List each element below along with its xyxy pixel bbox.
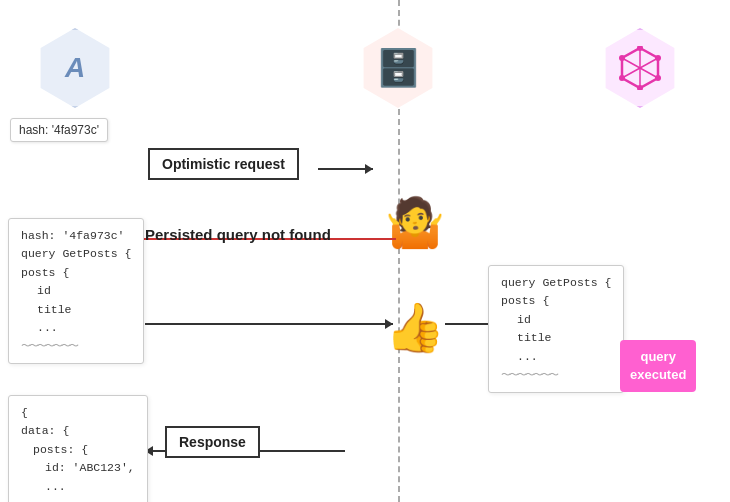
query-line-4: id [21,282,131,300]
resp-line-5: ... [21,478,135,496]
query-executed-badge: query executed [620,340,696,392]
graphql-logo-icon [618,46,662,90]
diagram-container: A 🗄️ hash: '4fa973c' [0,0,730,502]
apollo-icon: A [65,52,85,84]
query-line-5: title [21,301,131,319]
svg-point-8 [619,75,625,81]
response-label-text: Response [179,434,246,450]
resp-line-2: data: { [21,422,135,440]
apollo-hexagon: A [35,28,115,108]
apollo-hexagon-inner: A [35,28,115,108]
error-message: ✕Persisted query not found [128,226,331,244]
query-line-6: ... [21,319,131,337]
redis-hexagon-inner: 🗄️ [358,28,438,108]
thumbsup-emoji: 👍 [385,300,445,356]
query-box-apollo: hash: '4fa973c' query GetPosts { posts {… [8,218,144,364]
resp-line-3: posts: { [21,441,135,459]
resp-line-1: { [21,404,135,422]
query-line-3: posts { [21,264,131,282]
response-label: Response [165,426,260,458]
query-line-2: query GetPosts { [21,245,131,263]
redis-hexagon: 🗄️ [358,28,438,108]
hash-label: hash: '4fa973c' [10,118,108,142]
redis-icon: 🗄️ [376,47,421,89]
gql-query-line-2: posts { [501,292,611,310]
gql-query-line-5: ... [501,348,611,366]
full-request-arrow [145,323,393,325]
optimistic-request-text: Optimistic request [162,156,285,172]
svg-point-9 [619,55,625,61]
error-text: Persisted query not found [145,226,331,243]
svg-point-6 [655,75,661,81]
gql-query-line-1: query GetPosts { [501,274,611,292]
optimistic-request-arrow [318,168,373,170]
graphql-hexagon [600,28,680,108]
gql-query-line-4: title [501,329,611,347]
optimistic-request-label: Optimistic request [148,148,299,180]
graphql-hexagon-inner [600,28,680,108]
query-line-1: hash: '4fa973c' [21,227,131,245]
resp-line-4: id: 'ABC123', [21,459,135,477]
hash-value: hash: '4fa973c' [19,123,99,137]
query-box-graphql: query GetPosts { posts { id title ... [488,265,624,393]
svg-point-5 [655,55,661,61]
gql-query-line-3: id [501,311,611,329]
response-box: { data: { posts: { id: 'ABC123', ... [8,395,148,502]
query-executed-text: query executed [630,349,686,382]
shrug-emoji: 🤷 [385,195,445,251]
